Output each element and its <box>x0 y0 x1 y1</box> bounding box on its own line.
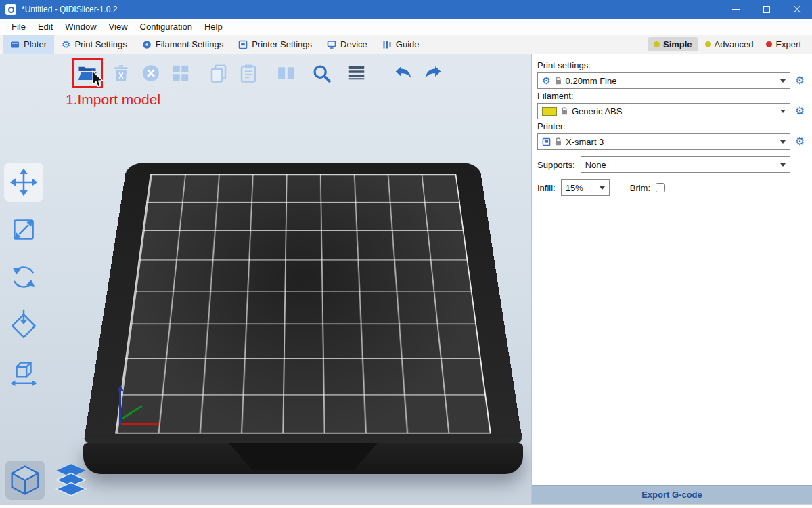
close-button[interactable] <box>782 0 812 19</box>
menu-help[interactable]: Help <box>198 19 229 35</box>
chevron-down-icon <box>780 79 786 85</box>
bed-front-face <box>83 443 523 474</box>
filament-select[interactable]: Generic ABS <box>537 103 790 119</box>
redo-button[interactable] <box>422 62 445 85</box>
layers-view-icon <box>54 463 88 497</box>
plater-toolbar <box>72 58 445 88</box>
menu-view[interactable]: View <box>103 19 134 35</box>
menu-window[interactable]: Window <box>59 19 102 35</box>
undo-icon <box>393 63 413 83</box>
delete-all-icon <box>141 63 161 83</box>
print-settings-select[interactable]: ⚙ 0.20mm Fine <box>537 72 790 89</box>
redo-icon <box>423 63 443 83</box>
mode-expert[interactable]: Expert <box>761 37 807 51</box>
infill-select[interactable]: 15% <box>561 179 610 196</box>
gear-icon: ⚙ <box>62 39 70 49</box>
split-icon <box>276 63 296 83</box>
paste-button[interactable] <box>237 62 260 85</box>
menu-configuration[interactable]: Configuration <box>134 19 198 35</box>
gear-icon: ⚙ <box>542 76 551 85</box>
tab-plater[interactable]: Plater <box>3 35 54 54</box>
arrange-button[interactable] <box>169 62 192 85</box>
tab-label: Printer Settings <box>252 39 312 49</box>
menu-bar: File Edit Window View Configuration Help <box>0 19 812 35</box>
guide-icon <box>382 40 392 49</box>
paste-icon <box>238 63 258 83</box>
scale-tool-button[interactable] <box>4 210 43 249</box>
export-gcode-button[interactable]: Export G-code <box>532 485 812 504</box>
view-layers-button[interactable] <box>51 461 91 500</box>
flatten-tool-button[interactable] <box>4 305 43 344</box>
x-axis-indicator <box>121 423 159 425</box>
print-settings-gear-button[interactable]: ⚙ <box>793 75 807 86</box>
printer-label: Printer: <box>537 121 807 131</box>
undo-button[interactable] <box>392 62 415 85</box>
printer-icon <box>238 40 248 49</box>
chevron-down-icon <box>600 186 605 192</box>
viewport-3d[interactable]: 1.Import model <box>0 54 531 504</box>
tab-label: Print Settings <box>74 39 127 49</box>
chevron-down-icon <box>780 163 786 169</box>
filament-icon <box>142 40 152 49</box>
z-axis-indicator <box>119 387 121 424</box>
cube-3d-icon <box>8 463 42 497</box>
delete-all-button[interactable] <box>139 62 162 85</box>
rotate-icon <box>8 261 39 293</box>
status-bar <box>0 504 812 508</box>
move-icon <box>8 167 39 198</box>
mode-dot-icon <box>766 41 772 47</box>
lock-icon <box>561 107 568 115</box>
brim-label: Brim: <box>630 183 650 193</box>
split-button[interactable] <box>275 62 298 85</box>
mode-simple[interactable]: Simple <box>648 37 698 51</box>
copy-button[interactable] <box>207 62 230 85</box>
rotate-tool-button[interactable] <box>4 257 43 297</box>
print-bed <box>84 171 522 444</box>
minimize-icon <box>732 9 740 10</box>
search-button[interactable] <box>310 62 333 85</box>
view-3d-button[interactable] <box>5 461 45 500</box>
tab-device[interactable]: Device <box>319 35 375 54</box>
chevron-down-icon <box>780 110 786 116</box>
maximize-button[interactable] <box>751 0 782 19</box>
printer-select[interactable]: X-smart 3 <box>537 133 790 150</box>
window-title: *Untitled - QIDISlicer-1.0.2 <box>22 5 117 14</box>
brim-checkbox[interactable] <box>656 183 665 192</box>
maximize-icon <box>763 6 770 13</box>
supports-label: Supports: <box>537 160 575 170</box>
printer-value: X-smart 3 <box>566 137 604 147</box>
tab-printer-settings[interactable]: Printer Settings <box>231 35 319 54</box>
tab-print-settings[interactable]: ⚙ Print Settings <box>54 35 135 54</box>
printer-icon <box>542 137 551 146</box>
trash-icon <box>111 63 131 83</box>
cursor-pointer-icon <box>91 70 104 88</box>
tab-guide[interactable]: Guide <box>375 35 427 54</box>
delete-button[interactable] <box>110 62 133 85</box>
infill-label: Infill: <box>537 183 556 193</box>
filament-gear-button[interactable]: ⚙ <box>793 106 807 117</box>
mode-label: Simple <box>663 39 692 49</box>
mode-advanced[interactable]: Advanced <box>700 37 759 51</box>
place-on-face-icon <box>8 309 39 340</box>
bed-handle-notch <box>219 443 388 470</box>
printer-gear-button[interactable]: ⚙ <box>793 136 807 147</box>
menu-file[interactable]: File <box>5 19 32 35</box>
supports-select[interactable]: None <box>581 156 790 173</box>
bed-plate <box>83 163 523 444</box>
move-tool-button[interactable] <box>4 163 43 202</box>
supports-value: None <box>585 160 606 170</box>
print-settings-label: Print settings: <box>537 60 807 70</box>
measure-tool-button[interactable] <box>4 352 43 391</box>
layer-height-button[interactable] <box>345 62 368 85</box>
mode-switcher: Simple Advanced Expert <box>648 35 812 54</box>
lock-icon <box>555 77 562 85</box>
minimize-button[interactable] <box>721 0 751 19</box>
menu-edit[interactable]: Edit <box>32 19 59 35</box>
chevron-down-icon <box>780 140 786 146</box>
mode-label: Expert <box>775 39 801 49</box>
search-icon <box>311 63 332 83</box>
tab-filament-settings[interactable]: Filament Settings <box>135 35 231 54</box>
measure-icon <box>8 356 39 387</box>
mode-label: Advanced <box>715 39 754 49</box>
scale-icon <box>8 214 39 245</box>
